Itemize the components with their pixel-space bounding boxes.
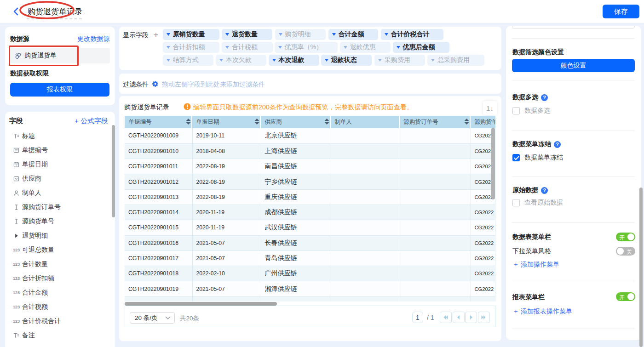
svg-text:7: 7 [16,164,17,167]
